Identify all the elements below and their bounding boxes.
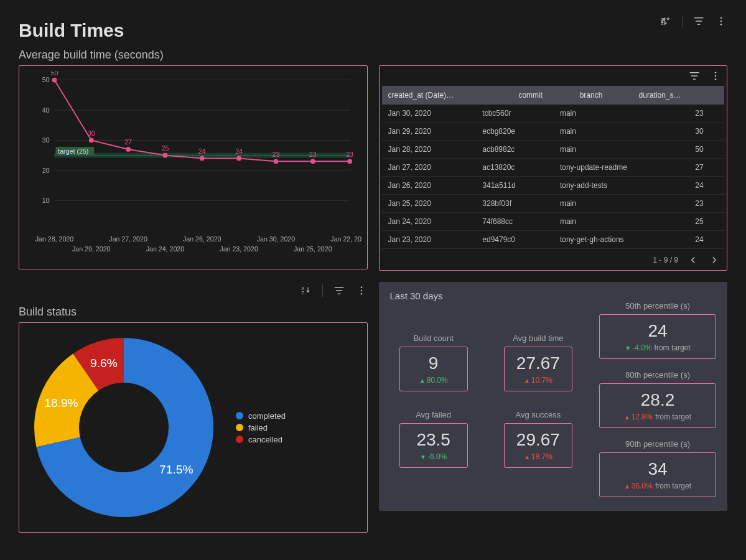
stat-build-count: Build count 9 ▲80.0% <box>399 334 468 391</box>
stat-p80: 80th percentile (s) 28.2 ▲12.8%from targ… <box>599 370 716 428</box>
stat-p90: 90th percentile (s) 34 ▲36.0%from target <box>599 439 716 497</box>
table-cell: main <box>554 213 689 231</box>
svg-text:A: A <box>301 286 304 291</box>
svg-text:Jan 25, 2020: Jan 25, 2020 <box>294 245 332 253</box>
pager-prev-icon[interactable] <box>687 254 699 266</box>
more-vert-icon[interactable] <box>355 284 368 297</box>
more-vert-icon[interactable] <box>709 70 722 82</box>
svg-text:25: 25 <box>162 144 169 152</box>
table-row[interactable]: Jan 29, 2020ecbg820emain30 <box>382 123 725 141</box>
stat-delta: 12.8% <box>632 413 653 421</box>
panel-toolbar-top: AZ <box>379 12 728 34</box>
stats-panel-title: Last 30 days <box>390 291 717 301</box>
legend-label: failed <box>248 423 268 432</box>
table-cell: acb8982c <box>476 141 554 159</box>
table-cell: Jan 28, 2020 <box>382 141 477 159</box>
table-row[interactable]: Jan 24, 202074f688ccmain25 <box>382 213 725 231</box>
stat-value: 28.2 <box>608 390 707 410</box>
table-cell: 23 <box>689 195 724 213</box>
legend-item[interactable]: failed <box>236 423 286 432</box>
table-cell: ac13820c <box>476 159 554 177</box>
stat-delta: -6.0% <box>427 452 447 461</box>
svg-text:Jan 29, 2020: Jan 29, 2020 <box>72 245 111 253</box>
stat-label: Avg success <box>504 410 572 419</box>
legend-swatch <box>236 412 243 419</box>
svg-point-51 <box>360 286 362 288</box>
sort-az-icon[interactable]: AZ <box>300 284 312 297</box>
svg-point-3 <box>720 21 722 22</box>
svg-text:50: 50 <box>42 76 50 83</box>
svg-text:Jan 23, 2020: Jan 23, 2020 <box>220 245 258 253</box>
table-cell: 27 <box>689 159 724 177</box>
stat-value: 29.67 <box>513 430 563 450</box>
svg-text:Jan 22, 2020: Jan 22, 2020 <box>330 235 361 243</box>
donut-panel: 9.6%18.9%71.5% completedfailedcancelled <box>19 322 368 533</box>
table-cell: Jan 30, 2020 <box>382 105 477 123</box>
table-cell: Jan 24, 2020 <box>382 213 477 231</box>
stat-delta: 10.7% <box>531 376 553 385</box>
svg-point-52 <box>360 290 362 292</box>
table-row[interactable]: Jan 26, 2020341a511dtony-add-tests24 <box>382 177 725 195</box>
arrow-up-icon: ▲ <box>524 454 530 460</box>
donut-chart-title: Build status <box>19 306 368 319</box>
donut-legend: completedfailedcancelled <box>236 409 286 447</box>
stat-delta: 36.0% <box>632 482 653 490</box>
table-cell: 30 <box>689 123 724 141</box>
arrow-up-icon: ▲ <box>524 377 530 384</box>
toolbar-divider <box>682 15 683 27</box>
stats-panel: Last 30 days Build count 9 ▲80.0% Avg fa… <box>379 282 728 511</box>
table-row[interactable]: Jan 23, 2020ed9479c0tony-get-gh-actions2… <box>382 231 725 249</box>
arrow-up-icon: ▲ <box>419 377 426 384</box>
svg-text:Z: Z <box>301 291 304 295</box>
stat-suffix: from target <box>655 482 691 490</box>
stat-label: Build count <box>399 334 468 343</box>
legend-item[interactable]: completed <box>236 411 286 421</box>
svg-text:Jan 27, 2020: Jan 27, 2020 <box>109 235 147 243</box>
table-cell: tcbc560r <box>476 105 554 123</box>
line-chart-panel: 1020304050 target (25) 50302725242423232… <box>19 65 368 269</box>
arrow-up-icon: ▲ <box>624 483 630 490</box>
svg-text:23: 23 <box>346 151 353 158</box>
table-cell: 24 <box>689 177 724 195</box>
svg-point-19 <box>52 78 57 83</box>
sort-az-icon[interactable]: AZ <box>660 15 672 27</box>
stat-delta: 18.7% <box>531 452 553 461</box>
stat-label: Avg failed <box>399 410 468 419</box>
filter-icon[interactable] <box>692 15 705 27</box>
panel-toolbar-donut: AZ <box>19 282 368 303</box>
svg-point-29 <box>236 156 241 161</box>
table-row[interactable]: Jan 28, 2020acb8982cmain50 <box>382 141 725 159</box>
table-cell: 341a511d <box>476 177 554 195</box>
table-header[interactable]: duration_s… <box>633 86 724 105</box>
table-row[interactable]: Jan 30, 2020tcbc560rmain23 <box>382 105 725 123</box>
svg-text:23: 23 <box>273 151 280 158</box>
table-header[interactable]: created_at (Date)… <box>382 86 513 105</box>
table-row[interactable]: Jan 27, 2020ac13820ctony-update-readme27 <box>382 159 725 177</box>
svg-point-47 <box>715 75 717 77</box>
line-chart-title: Average build time (seconds) <box>19 49 727 62</box>
more-vert-icon[interactable] <box>715 15 727 27</box>
svg-text:20: 20 <box>42 167 50 174</box>
svg-text:27: 27 <box>124 138 132 146</box>
svg-text:30: 30 <box>88 129 95 137</box>
table-header[interactable]: commit <box>512 86 573 105</box>
svg-text:24: 24 <box>198 147 206 155</box>
page-title: Build Times <box>19 20 368 41</box>
toolbar-divider <box>322 284 323 297</box>
svg-text:30: 30 <box>42 136 50 144</box>
svg-text:40: 40 <box>42 106 50 114</box>
pager-next-icon[interactable] <box>708 254 720 266</box>
legend-item[interactable]: cancelled <box>236 435 286 444</box>
svg-point-2 <box>720 17 722 19</box>
table-row[interactable]: Jan 25, 2020328bf03fmain23 <box>382 195 725 213</box>
table-header[interactable]: branch <box>574 86 633 105</box>
svg-text:9.6%: 9.6% <box>90 357 118 370</box>
svg-text:Z: Z <box>661 21 664 26</box>
filter-icon[interactable] <box>688 70 701 82</box>
table-cell: main <box>554 105 689 123</box>
filter-icon[interactable] <box>333 284 345 297</box>
table-cell: 25 <box>689 213 724 231</box>
stat-avg-failed: Avg failed 23.5 ▼-6.0% <box>399 410 468 468</box>
svg-point-21 <box>89 138 94 143</box>
table-cell: Jan 23, 2020 <box>382 231 477 249</box>
